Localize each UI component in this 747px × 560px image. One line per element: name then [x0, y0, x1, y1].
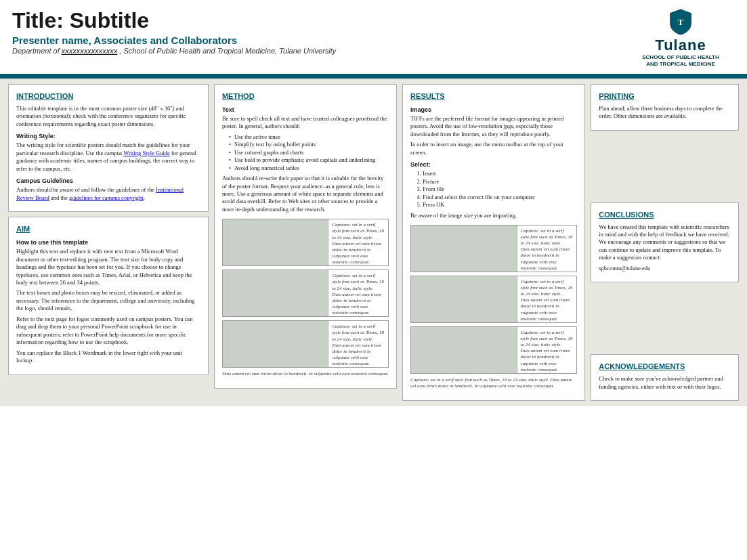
method-caption-1: Captions: set in a serif style font such…: [328, 219, 388, 265]
header-left: Title: Subtitle Presenter name, Associat…: [12, 8, 336, 55]
method-bottom-caption: Duis autem vel eum iriure dolor in hendr…: [222, 371, 389, 377]
method-body1: Be sure to spell check all text and have…: [222, 115, 389, 131]
printing-title: PRINTING: [599, 91, 731, 102]
tulane-subtitle-line1: SCHOOL OF PUBLIC HEALTH AND TROPICAL MED…: [642, 54, 719, 68]
results-caption-2: Captions: set in a serif style font such…: [517, 276, 577, 322]
results-bottom-caption: Captions: set in a serif style font such…: [410, 377, 577, 389]
results-body2: In order to insert an image, use the men…: [410, 141, 577, 156]
step-3: From file: [423, 186, 577, 193]
conclusions-email: sphcomm@tulane.edu: [599, 265, 731, 272]
results-title: RESULTS: [410, 91, 577, 102]
svg-text:T: T: [678, 17, 684, 27]
campus-guidelines-subtitle: Campus Guidelines: [16, 177, 200, 185]
main-content: INTRODUCTION This editable template is i…: [0, 79, 747, 406]
results-body3: Be aware of the image size you are impor…: [410, 212, 577, 219]
step-1: Insert: [423, 170, 577, 177]
dept-prefix: Department of: [12, 47, 60, 55]
method-caption-2: Captions: set in a serif style font such…: [328, 270, 388, 316]
intro-body2: The writing style for scientific posters…: [16, 142, 200, 173]
results-panel: RESULTS Images TIFFs are the preferred f…: [402, 84, 585, 401]
bullet-2: Simplify text by using bullet points: [229, 141, 389, 148]
results-caption-3: Captions: set in a serif style font such…: [517, 327, 577, 373]
bullet-5: Avoid long numerical tables: [229, 165, 389, 172]
method-bullets: Use the active tense Simplify text by us…: [229, 133, 389, 172]
results-image-3: Captions: set in a serif style font such…: [410, 326, 577, 374]
method-title: METHOD: [222, 91, 389, 102]
method-panel: METHOD Text Be sure to spell check all t…: [214, 84, 397, 389]
tulane-name: Tulane: [655, 37, 706, 54]
tulane-shield-icon: T: [668, 8, 693, 35]
method-image-3: Captions: set in a serif style font such…: [222, 320, 389, 368]
dept-italic: xxxxxxxxxxxxxxx: [62, 47, 118, 55]
method-image-2: Captions: set in a serif style font such…: [222, 270, 389, 317]
method-caption-3: Captions: set in a serif style font such…: [328, 321, 388, 367]
results-caption-1: Captions: set in a serif style font such…: [517, 225, 577, 272]
conclusions-panel: CONCLUSIONS We have created this templat…: [591, 202, 739, 283]
aim-body4: You can replace the Block 1 Wordmark in …: [16, 349, 200, 365]
introduction-panel: INTRODUCTION This editable template is i…: [8, 84, 209, 212]
tulane-logo: T Tulane SCHOOL OF PUBLIC HEALTH AND TRO…: [642, 8, 719, 68]
step-2: Picture: [423, 178, 577, 186]
results-steps: Insert Picture From file Find and select…: [423, 170, 577, 209]
col4-spacer: [591, 135, 739, 198]
step-5: Press OK: [423, 201, 577, 209]
conclusions-body1: We have created this template with scien…: [599, 223, 731, 262]
results-image-area-2: [411, 276, 516, 322]
aim-title: AIM: [16, 224, 200, 234]
introduction-title: INTRODUCTION: [16, 91, 200, 102]
aim-body3: Refer to the next page for logos commonl…: [16, 316, 200, 347]
department-info: Department of xxxxxxxxxxxxxxx , School o…: [12, 47, 336, 55]
results-body1: TIFFs are the preferred file format for …: [410, 115, 577, 138]
results-image-area-3: [411, 327, 516, 373]
dept-suffix: , School of Public Health and Tropical M…: [119, 47, 336, 55]
column-1: INTRODUCTION This editable template is i…: [5, 84, 211, 401]
printing-body1: Plan ahead; allow three business days to…: [599, 105, 731, 121]
column-4: PRINTING Plan ahead; allow three busines…: [588, 84, 742, 401]
bullet-3: Use colored graphs and charts: [229, 149, 389, 156]
results-image-2: Captions: set in a serif style font such…: [410, 276, 577, 323]
method-image-1: Captions: set in a serif style font such…: [222, 219, 389, 266]
acknowledgements-panel: ACKNOWLEDGEMENTS Check to make sure you'…: [591, 354, 739, 401]
writing-style-link[interactable]: Writing Style Guide: [123, 150, 170, 156]
step-4: Find and select the correct file on your…: [423, 194, 577, 201]
aim-panel: AIM How to use this template Highlight t…: [8, 217, 209, 375]
method-image-area-3: [223, 321, 328, 367]
method-image-area-2: [223, 270, 328, 316]
bullet-4: Use bold to provide emphasis; avoid capi…: [229, 156, 389, 164]
method-image-area-1: [223, 219, 328, 265]
aim-body1: Highlight this text and replace it with …: [16, 248, 200, 286]
copyright-link[interactable]: guidelines for campus copyright: [69, 194, 144, 201]
results-images-subtitle: Images: [410, 106, 577, 114]
results-select-subtitle: Select:: [410, 160, 577, 169]
col4-spacer2: [591, 287, 739, 349]
conclusions-title: CONCLUSIONS: [599, 210, 731, 220]
column-3: RESULTS Images TIFFs are the preferred f…: [400, 84, 588, 401]
column-2: METHOD Text Be sure to spell check all t…: [211, 84, 400, 401]
results-image-1: Captions: set in a serif style font such…: [410, 225, 577, 272]
printing-panel: PRINTING Plan ahead; allow three busines…: [591, 84, 739, 131]
page-header: Title: Subtitle Presenter name, Associat…: [0, 0, 747, 74]
intro-body1: This editable template is in the most co…: [16, 105, 200, 128]
logo-area: T Tulane SCHOOL OF PUBLIC HEALTH AND TRO…: [626, 8, 735, 68]
accent-bar: [0, 74, 747, 79]
acknowledgements-body1: Check to make sure you've acknowledged p…: [599, 375, 731, 391]
method-body2: Authors should re-write their paper so t…: [222, 175, 389, 213]
writing-style-subtitle: Writing Style:: [16, 132, 200, 140]
presenter-name: Presenter name, Associates and Collabora…: [12, 35, 336, 46]
aim-body2: The text boxes and photo boxes may be re…: [16, 289, 200, 312]
acknowledgements-title: ACKNOWLEDGEMENTS: [599, 362, 731, 372]
intro-body3: Authors should be aware of and follow th…: [16, 186, 200, 202]
page-title: Title: Subtitle: [12, 8, 336, 33]
method-text-subtitle: Text: [222, 106, 389, 114]
bullet-1: Use the active tense: [229, 133, 389, 141]
results-image-area-1: [411, 225, 516, 272]
aim-howto-subtitle: How to use this template: [16, 238, 200, 246]
